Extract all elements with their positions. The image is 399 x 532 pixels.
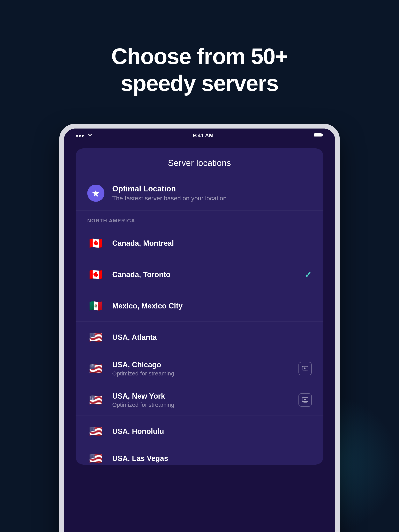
optimal-location-row[interactable]: Optimal Location The fastest server base…	[76, 176, 323, 211]
status-time: 9:41 AM	[193, 133, 213, 139]
signal-icon: ●●●	[76, 133, 84, 138]
list-item[interactable]: 🇺🇸 USA, Las Vegas	[76, 447, 323, 465]
status-left: ●●●	[76, 133, 93, 138]
streaming-icon	[298, 362, 312, 375]
svg-rect-2	[322, 134, 323, 136]
optimal-label: Optimal Location	[112, 184, 227, 193]
device-frame: ●●● 9:41 AM	[59, 124, 340, 532]
location-name: USA, Chicago	[112, 361, 291, 369]
location-name: USA, Las Vegas	[112, 454, 312, 463]
flag-icon: 🇺🇸	[87, 423, 104, 440]
optimal-description: The fastest server based on your locatio…	[112, 195, 227, 202]
location-text: USA, Atlanta	[112, 333, 312, 342]
section-north-america: NORTH AMERICA	[76, 211, 323, 228]
selected-checkmark-icon: ✓	[304, 270, 312, 280]
app-content: Server locations Optimal Location The fa…	[64, 141, 335, 532]
streaming-icon	[298, 393, 312, 407]
optimal-text: Optimal Location The fastest server base…	[112, 184, 227, 202]
status-icons-right	[314, 133, 323, 139]
locations-card: Server locations Optimal Location The fa…	[76, 148, 323, 465]
location-text: USA, Chicago Optimized for streaming	[112, 361, 291, 377]
location-text: USA, Honolulu	[112, 427, 312, 436]
flag-icon: 🇺🇸	[87, 329, 104, 346]
svg-marker-6	[304, 367, 306, 369]
card-header-title: Server locations	[168, 158, 231, 168]
list-item[interactable]: 🇺🇸 USA, Atlanta	[76, 322, 323, 353]
svg-marker-10	[304, 399, 306, 400]
list-item[interactable]: 🇺🇸 USA, Chicago Optimized for streaming	[76, 353, 323, 384]
flag-icon: 🇨🇦	[87, 235, 104, 252]
hero-title: Choose from 50+ speedy servers	[111, 43, 288, 97]
card-header: Server locations	[76, 148, 323, 176]
device-screen: ●●● 9:41 AM	[64, 128, 335, 532]
hero-section: Choose from 50+ speedy servers	[111, 43, 288, 97]
location-text: USA, New York Optimized for streaming	[112, 392, 291, 408]
list-item[interactable]: 🇨🇦 Canada, Montreal	[76, 228, 323, 259]
list-item[interactable]: 🇺🇸 USA, New York Optimized for streaming	[76, 384, 323, 416]
location-text: Canada, Toronto	[112, 271, 297, 279]
flag-icon: 🇨🇦	[87, 266, 104, 283]
svg-rect-1	[314, 133, 322, 137]
status-bar: ●●● 9:41 AM	[64, 128, 335, 141]
location-text: Canada, Montreal	[112, 239, 312, 247]
list-item[interactable]: 🇺🇸 USA, Honolulu	[76, 416, 323, 447]
location-subtitle: Optimized for streaming	[112, 370, 291, 377]
battery-icon	[314, 133, 323, 139]
list-item[interactable]: 🇲🇽 Mexico, Mexico City	[76, 290, 323, 322]
flag-icon: 🇺🇸	[87, 391, 104, 409]
location-name: Canada, Toronto	[112, 271, 297, 279]
optimal-icon	[87, 185, 104, 202]
location-text: USA, Las Vegas	[112, 454, 312, 463]
flag-icon: 🇺🇸	[87, 360, 104, 377]
location-name: USA, Atlanta	[112, 333, 312, 342]
wifi-icon	[87, 133, 93, 138]
location-subtitle: Optimized for streaming	[112, 402, 291, 408]
location-name: USA, New York	[112, 392, 291, 400]
location-text: Mexico, Mexico City	[112, 302, 312, 310]
list-item[interactable]: 🇨🇦 Canada, Toronto ✓	[76, 259, 323, 290]
location-name: Mexico, Mexico City	[112, 302, 312, 310]
location-name: USA, Honolulu	[112, 427, 312, 436]
hero-title-line2: speedy servers	[121, 71, 278, 96]
hero-title-line1: Choose from 50+	[111, 44, 288, 69]
location-name: Canada, Montreal	[112, 239, 312, 247]
flag-icon: 🇲🇽	[87, 297, 104, 315]
flag-icon: 🇺🇸	[87, 450, 104, 465]
